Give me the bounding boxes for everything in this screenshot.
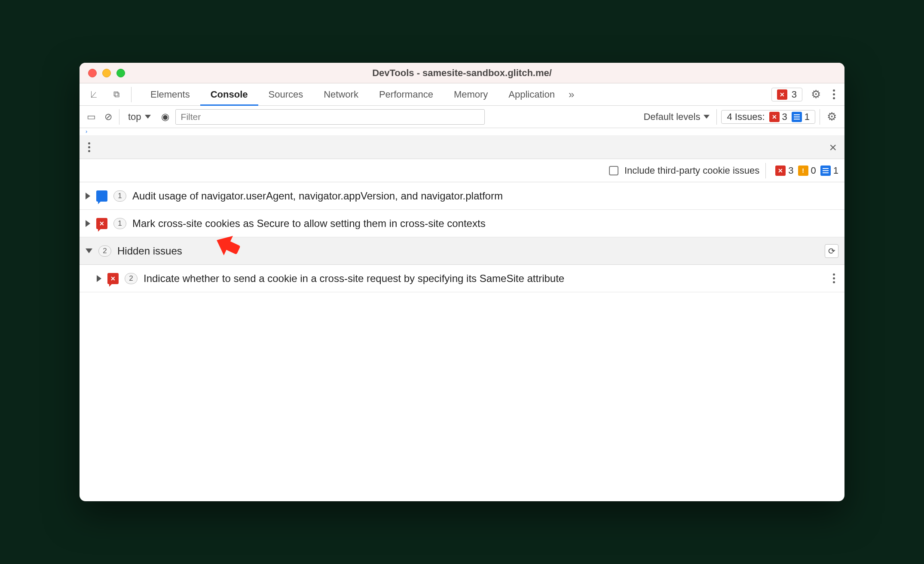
execution-context-selector[interactable]: top	[124, 111, 155, 123]
issue-row[interactable]: 1 Mark cross-site cookies as Secure to a…	[80, 210, 844, 237]
error-count: 3	[792, 89, 797, 100]
issues-list: 1 Audit usage of navigator.userAgent, na…	[80, 182, 844, 501]
issue-severity-counts: 3 0 1	[772, 165, 838, 176]
info-icon	[792, 112, 802, 122]
tab-console[interactable]: Console	[200, 83, 258, 106]
tab-sources[interactable]: Sources	[258, 83, 314, 106]
issues-label: 4 Issues:	[727, 111, 765, 123]
issue-title: Indicate whether to send a cookie in a c…	[144, 273, 564, 285]
hidden-issues-group[interactable]: 2 Hidden issues ⟳	[80, 237, 844, 265]
issues-summary-button[interactable]: 4 Issues: 3 1	[721, 110, 815, 124]
console-toolbar: ▭ ⊘ top ◉ Default levels 4 Issues: 3 1 ⚙	[80, 106, 844, 128]
devtools-window: DevTools - samesite-sandbox.glitch.me/ ⟀…	[80, 63, 844, 501]
refresh-icon[interactable]: ⟳	[825, 244, 838, 258]
hidden-issue-row[interactable]: 2 Indicate whether to send a cookie in a…	[80, 265, 844, 292]
issue-count-badge: 2	[125, 273, 138, 284]
console-prompt-row[interactable]: ›	[80, 128, 844, 136]
main-tabbar: ⟀ ⧉ Elements Console Sources Network Per…	[80, 83, 844, 106]
info-count: 1	[833, 165, 838, 176]
main-menu-icon[interactable]	[829, 89, 838, 99]
separator	[119, 109, 119, 125]
console-filter-input[interactable]	[175, 109, 485, 125]
levels-label: Default levels	[643, 111, 700, 123]
info-icon	[820, 166, 831, 176]
inspect-toggle-group: ⟀ ⧉	[80, 89, 131, 100]
live-expression-icon[interactable]: ◉	[159, 111, 171, 123]
tab-network[interactable]: Network	[313, 83, 369, 106]
clear-console-icon[interactable]: ⊘	[102, 111, 115, 123]
close-drawer-icon[interactable]: ×	[826, 140, 839, 155]
collapse-caret-icon[interactable]	[86, 248, 92, 253]
error-icon	[775, 166, 786, 176]
warning-count: 0	[811, 165, 816, 176]
issues-error-count: 3	[782, 111, 787, 123]
warning-icon	[798, 166, 808, 176]
console-prompt-caret: ›	[86, 128, 87, 135]
hidden-issues-label: Hidden issues	[117, 245, 182, 257]
expand-caret-icon[interactable]	[97, 275, 101, 282]
tabs-overflow-button[interactable]: »	[565, 89, 578, 101]
drawer-menu-icon[interactable]	[85, 142, 94, 152]
separator	[820, 109, 820, 125]
close-window-button[interactable]	[88, 69, 97, 77]
issue-menu-icon[interactable]	[829, 273, 838, 283]
issues-filter-bar: Include third-party cookie issues 3 0 1	[80, 159, 844, 182]
titlebar: DevTools - samesite-sandbox.glitch.me/	[80, 63, 844, 83]
error-issue-icon	[96, 218, 107, 229]
error-issue-icon	[107, 273, 119, 284]
traffic-lights	[88, 69, 125, 77]
separator	[716, 109, 717, 125]
tab-application[interactable]: Application	[498, 83, 565, 106]
log-levels-selector[interactable]: Default levels	[641, 111, 712, 123]
console-settings-icon[interactable]: ⚙	[824, 110, 839, 123]
device-toggle-icon[interactable]: ⧉	[113, 89, 119, 99]
separator	[765, 163, 766, 178]
settings-icon[interactable]: ⚙	[808, 88, 823, 101]
issues-info-count: 1	[805, 111, 810, 123]
issue-count-badge: 1	[113, 218, 126, 229]
error-icon	[769, 112, 780, 122]
issue-title: Mark cross-site cookies as Secure to all…	[132, 218, 486, 230]
window-title: DevTools - samesite-sandbox.glitch.me/	[80, 67, 844, 79]
info-issue-icon	[96, 190, 107, 202]
third-party-cookies-label: Include third-party cookie issues	[624, 165, 759, 176]
tab-memory[interactable]: Memory	[444, 83, 498, 106]
element-picker-icon[interactable]: ⟀	[91, 89, 97, 100]
error-count: 3	[788, 165, 793, 176]
tab-performance[interactable]: Performance	[369, 83, 444, 106]
expand-caret-icon[interactable]	[86, 220, 90, 227]
zoom-window-button[interactable]	[116, 69, 125, 77]
context-label: top	[128, 111, 141, 123]
toggle-sidebar-icon[interactable]: ▭	[85, 111, 98, 123]
drawer-header: ×	[80, 136, 844, 159]
issue-count-badge: 1	[113, 190, 126, 202]
minimize-window-button[interactable]	[102, 69, 111, 77]
hidden-issues-count: 2	[98, 245, 111, 257]
chevron-down-icon	[145, 115, 151, 119]
issue-title: Audit usage of navigator.userAgent, navi…	[132, 190, 503, 202]
third-party-cookies-checkbox[interactable]	[609, 166, 618, 175]
tab-elements[interactable]: Elements	[140, 83, 200, 106]
tabs-end: 3 ⚙	[771, 88, 844, 101]
error-icon	[777, 89, 787, 100]
issue-row[interactable]: 1 Audit usage of navigator.userAgent, na…	[80, 182, 844, 210]
chevron-down-icon	[704, 115, 710, 119]
tabs-list: Elements Console Sources Network Perform…	[132, 83, 771, 106]
expand-caret-icon[interactable]	[86, 193, 90, 199]
error-count-chip[interactable]: 3	[771, 88, 802, 101]
